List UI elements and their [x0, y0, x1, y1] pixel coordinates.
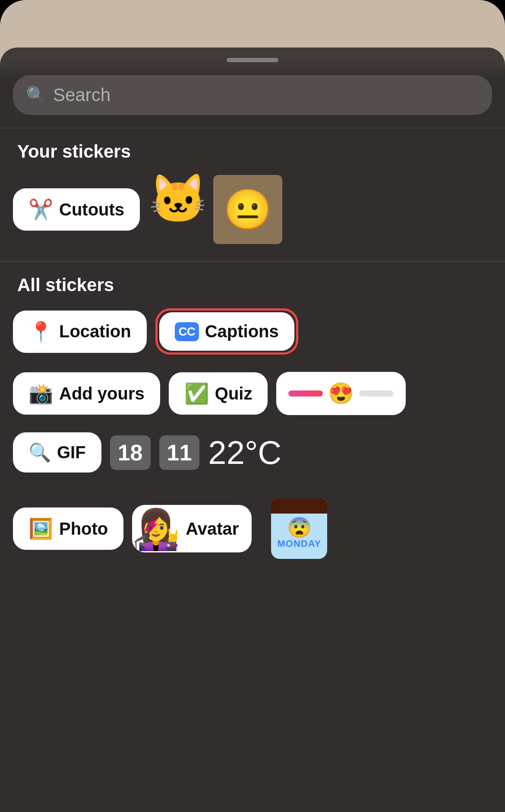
mug-body: 😨 MONDAY [271, 498, 327, 559]
captions-cc-icon: CC [175, 322, 199, 341]
cat-sticker[interactable]: 🐱 [148, 175, 205, 244]
add-yours-label: Add yours [59, 384, 145, 403]
location-button[interactable]: 📍 Location [13, 311, 147, 353]
cutouts-button[interactable]: ✂️ Cutouts [13, 188, 140, 231]
avatar-label: Avatar [186, 519, 239, 539]
all-stickers-label: All stickers [0, 275, 505, 295]
drag-handle [227, 58, 278, 62]
quiz-label: Quiz [215, 384, 252, 403]
cc-text: CC [178, 325, 195, 339]
photo-label: Photo [59, 519, 108, 539]
search-placeholder: Search [53, 85, 110, 105]
poll-bar-container: 😍 [288, 381, 394, 406]
your-stickers-section: Your stickers ✂️ Cutouts 🐱 😐 [0, 141, 505, 244]
temperature-sticker[interactable]: 22°C [208, 434, 281, 471]
countdown-tile-11[interactable]: 11 [159, 435, 200, 470]
countdown-tile-18[interactable]: 18 [110, 435, 151, 470]
captions-label: Captions [205, 322, 279, 341]
location-label: Location [59, 322, 131, 341]
poll-button[interactable]: 😍 [276, 372, 406, 415]
person-emoji: 😐 [224, 187, 272, 232]
check-circle-icon: ✅ [184, 382, 209, 405]
camera-add-icon: 📸 [28, 382, 53, 405]
stickers-row-4: 🖼️ Photo 👩‍🎤 Avatar 😨 MONDAY [0, 490, 505, 568]
stickers-row-3: 🔍 GIF 18 11 22°C [0, 432, 505, 473]
all-stickers-section: All stickers 📍 Location CC Captions [0, 275, 505, 568]
scissors-icon: ✂️ [28, 198, 53, 221]
countdown-value-18: 18 [118, 440, 143, 465]
gif-button[interactable]: 🔍 GIF [13, 432, 101, 473]
poll-emoji: 😍 [328, 381, 354, 406]
cutouts-label: Cutouts [59, 200, 124, 219]
photo-button[interactable]: 🖼️ Photo [13, 508, 123, 550]
search-bar[interactable]: 🔍 Search [13, 75, 492, 115]
person-face: 😐 [213, 175, 282, 244]
stickers-row-2: 📸 Add yours ✅ Quiz 😍 [0, 372, 505, 415]
quiz-button[interactable]: ✅ Quiz [169, 372, 268, 415]
search-icon: 🔍 [26, 87, 46, 103]
countdown-value-11: 11 [167, 440, 192, 465]
main-panel: 🔍 Search Your stickers ✂️ Cutouts 🐱 😐 [0, 48, 505, 812]
mug-liquid [271, 498, 327, 514]
photo-image-icon: 🖼️ [28, 517, 53, 540]
mug-face: 😨 [287, 517, 312, 537]
temperature-value: 22°C [208, 434, 281, 471]
divider-top [0, 128, 505, 128]
stickers-row-1: 📍 Location CC Captions [0, 308, 505, 355]
your-stickers-row: ✂️ Cutouts 🐱 😐 [0, 175, 505, 244]
divider-mid [0, 261, 505, 262]
gif-label: GIF [57, 443, 86, 462]
captions-button[interactable]: CC Captions [159, 312, 294, 351]
mug-label: MONDAY [277, 538, 321, 549]
person-sticker[interactable]: 😐 [213, 175, 282, 244]
gif-search-icon: 🔍 [28, 442, 51, 463]
captions-selection-border: CC Captions [155, 308, 298, 355]
avatar-button[interactable]: 👩‍🎤 Avatar [132, 505, 252, 552]
mug-handle [325, 516, 327, 537]
add-yours-button[interactable]: 📸 Add yours [13, 372, 160, 415]
avatar-emoji: 👩‍🎤 [132, 507, 180, 552]
poll-bar-fill [288, 390, 323, 396]
avatar-image: 👩‍🎤 [132, 505, 180, 552]
location-pin-icon: 📍 [28, 320, 53, 343]
your-stickers-label: Your stickers [0, 141, 505, 162]
cat-emoji: 🐱 [148, 172, 208, 225]
poll-bar-empty [359, 390, 394, 396]
mug-sticker[interactable]: 😨 MONDAY [260, 490, 338, 568]
